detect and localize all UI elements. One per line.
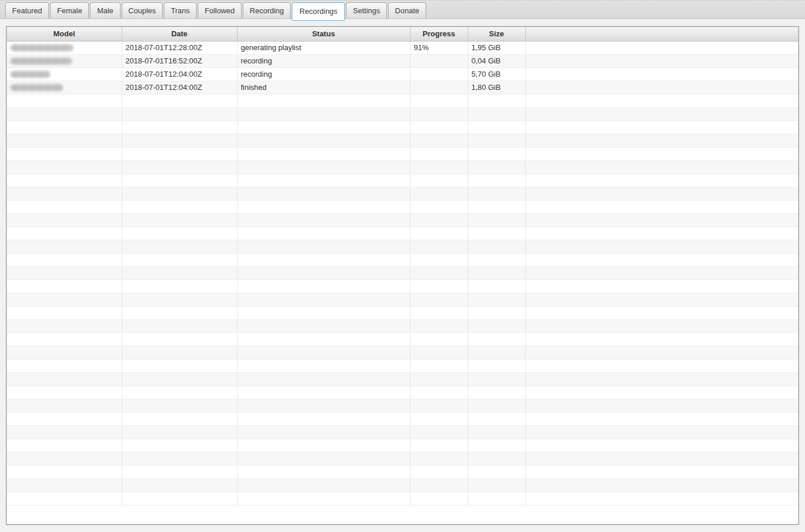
cell-model [7,399,122,412]
cell-extra [525,94,798,107]
cell-model [7,173,122,187]
table-row[interactable]: 2018-07-01T16:52:00Zrecording0,04 GiB [7,54,798,67]
cell-model [7,41,122,54]
cell-progress [410,346,468,359]
cell-status [237,333,410,346]
cell-status [237,160,410,173]
cell-size [468,187,525,200]
empty-table-row[interactable] [7,240,798,253]
cell-model [7,81,122,94]
cell-model [7,293,122,306]
cell-progress [410,425,468,439]
cell-date [122,120,237,134]
cell-date [122,346,237,359]
cell-progress [410,439,468,452]
tab-recordings[interactable]: Recordings [292,2,345,21]
empty-table-row[interactable] [7,200,798,213]
cell-status [237,399,410,412]
empty-table-row[interactable] [7,147,798,160]
cell-date [122,425,237,439]
table-row[interactable]: 2018-07-01T12:04:00Zfinished1,80 GiB [7,81,798,94]
cell-extra [525,280,798,293]
cell-progress [410,266,468,280]
tab-bar: FeaturedFemaleMaleCouplesTransFollowedRe… [0,0,805,19]
cell-extra [525,81,798,94]
column-header-size: Size [468,27,525,41]
tab-featured[interactable]: Featured [5,2,49,18]
empty-table-row[interactable] [7,465,798,478]
cell-date [122,439,237,452]
empty-table-row[interactable] [7,478,798,492]
cell-status: recording [237,54,410,67]
empty-table-row[interactable] [7,319,798,333]
tab-donate[interactable]: Donate [388,2,426,18]
table-row[interactable]: 2018-07-01T12:28:00Zgenerating playlist9… [7,41,798,54]
cell-status [237,412,410,425]
empty-table-row[interactable] [7,425,798,439]
cell-date [122,359,237,372]
cell-progress [410,147,468,160]
empty-table-row[interactable] [7,359,798,372]
tab-followed[interactable]: Followed [198,2,242,18]
recordings-table: ModelDateStatusProgressSize 2018-07-01T1… [6,26,799,525]
cell-date [122,134,237,147]
empty-table-row[interactable] [7,439,798,452]
empty-table-row[interactable] [7,293,798,306]
tab-trans[interactable]: Trans [164,2,197,18]
empty-table-row[interactable] [7,187,798,200]
empty-table-row[interactable] [7,346,798,359]
cell-status: finished [237,81,410,94]
empty-table-row[interactable] [7,173,798,187]
cell-date: 2018-07-01T12:04:00Z [122,81,237,94]
empty-table-row[interactable] [7,306,798,319]
cell-progress [410,240,468,253]
empty-table-row[interactable] [7,227,798,240]
cell-model [7,280,122,293]
empty-table-row[interactable] [7,134,798,147]
cell-date [122,280,237,293]
empty-table-row[interactable] [7,266,798,280]
empty-table-row[interactable] [7,333,798,346]
cell-status [237,120,410,134]
cell-date [122,227,237,240]
empty-table-row[interactable] [7,107,798,120]
cell-size [468,372,525,386]
column-header-date: Date [122,27,237,41]
empty-table-row[interactable] [7,253,798,266]
cell-status [237,293,410,306]
empty-table-row[interactable] [7,452,798,465]
tab-male[interactable]: Male [90,2,120,18]
cell-date [122,200,237,213]
cell-size [468,425,525,439]
cell-size [468,492,525,505]
empty-table-row[interactable] [7,412,798,425]
tab-female[interactable]: Female [50,2,89,18]
empty-table-row[interactable] [7,120,798,134]
cell-progress [410,67,468,81]
cell-extra [525,253,798,266]
cell-size [468,253,525,266]
empty-table-row[interactable] [7,386,798,399]
cell-date [122,372,237,386]
tab-settings[interactable]: Settings [346,2,387,18]
table-row[interactable]: 2018-07-01T12:04:00Zrecording5,70 GiB [7,67,798,81]
empty-table-row[interactable] [7,372,798,386]
empty-table-row[interactable] [7,160,798,173]
tab-recording[interactable]: Recording [243,2,291,18]
cell-model [7,227,122,240]
cell-model [7,412,122,425]
cell-model [7,492,122,505]
empty-table-row[interactable] [7,213,798,227]
empty-table-row[interactable] [7,492,798,505]
cell-size [468,107,525,120]
empty-table-row[interactable] [7,280,798,293]
empty-table-row[interactable] [7,94,798,107]
cell-date [122,293,237,306]
cell-model [7,253,122,266]
cell-extra [525,147,798,160]
cell-status [237,359,410,372]
cell-extra [525,134,798,147]
cell-status [237,134,410,147]
empty-table-row[interactable] [7,399,798,412]
tab-couples[interactable]: Couples [122,2,163,18]
